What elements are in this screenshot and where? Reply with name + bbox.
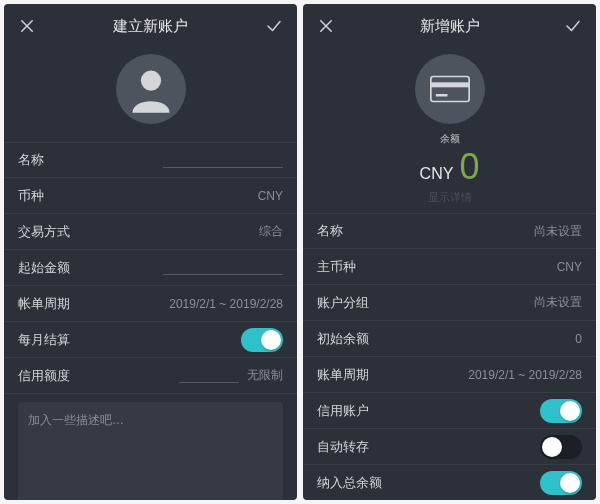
page-title: 新增账户 <box>420 17 480 36</box>
header: 建立新账户 <box>4 4 297 48</box>
label: 主币种 <box>317 258 356 276</box>
label: 每月结算 <box>18 331 70 349</box>
row-cycle[interactable]: 帐单周期 2019/2/1 ~ 2019/2/28 <box>4 286 297 322</box>
placeholder-text: 加入一些描述吧… <box>28 413 124 427</box>
label: 名称 <box>317 222 343 240</box>
header: 新增账户 <box>303 4 596 48</box>
balance-label: 余额 <box>303 132 596 146</box>
row-name[interactable]: 名称 <box>4 142 297 178</box>
label: 账户分组 <box>317 294 369 312</box>
svg-rect-2 <box>430 82 468 87</box>
name-input[interactable] <box>163 153 283 168</box>
credit-toggle[interactable] <box>540 399 582 423</box>
svg-rect-3 <box>435 94 447 97</box>
label: 帐单周期 <box>18 295 70 313</box>
label: 币种 <box>18 187 44 205</box>
label: 自动转存 <box>317 438 369 456</box>
row-group[interactable]: 账户分组 尚未设置 <box>303 285 596 321</box>
row-credit-limit[interactable]: 信用额度 无限制 <box>4 358 297 394</box>
avatar-picker[interactable] <box>4 54 297 124</box>
create-account-screen: 建立新账户 名称 币种 CNY 交易方式 综合 起始金额 <box>4 4 297 500</box>
balance-currency: CNY <box>420 165 454 183</box>
value: 尚未设置 <box>534 223 582 240</box>
value: 无限制 <box>247 367 283 384</box>
account-icon-picker[interactable] <box>303 54 596 124</box>
label: 名称 <box>18 151 44 169</box>
credit-input[interactable] <box>179 368 239 383</box>
value: 0 <box>575 332 582 346</box>
row-cycle[interactable]: 账单周期 2019/2/1 ~ 2019/2/28 <box>303 357 596 393</box>
value: CNY <box>557 260 582 274</box>
confirm-icon[interactable] <box>265 17 283 35</box>
row-start-amount[interactable]: 起始金额 <box>4 250 297 286</box>
value: CNY <box>258 189 283 203</box>
svg-rect-1 <box>430 77 468 102</box>
close-icon[interactable] <box>18 17 36 35</box>
balance-value: 0 <box>459 146 479 188</box>
label: 交易方式 <box>18 223 70 241</box>
close-icon[interactable] <box>317 17 335 35</box>
balance-display[interactable]: 余额 CNY 0 显示详情 <box>303 132 596 205</box>
row-name[interactable]: 名称 尚未设置 <box>303 213 596 249</box>
value: 2019/2/1 ~ 2019/2/28 <box>169 297 283 311</box>
balance-sub: 显示详情 <box>303 190 596 205</box>
avatar-icon <box>116 54 186 124</box>
row-monthly-settle: 每月结算 <box>4 322 297 358</box>
auto-toggle[interactable] <box>540 435 582 459</box>
card-icon <box>415 54 485 124</box>
confirm-icon[interactable] <box>564 17 582 35</box>
row-init-balance[interactable]: 初始余额 0 <box>303 321 596 357</box>
svg-point-0 <box>140 70 160 90</box>
label: 起始金额 <box>18 259 70 277</box>
row-tx-type[interactable]: 交易方式 综合 <box>4 214 297 250</box>
add-account-screen: 新增账户 余额 CNY 0 显示详情 名称 尚未设置 主币种 CNY <box>303 4 596 500</box>
description-textarea[interactable]: 加入一些描述吧… <box>18 402 283 500</box>
row-currency[interactable]: 币种 CNY <box>4 178 297 214</box>
start-amount-input[interactable] <box>163 260 283 275</box>
page-title: 建立新账户 <box>113 17 188 36</box>
row-include-total: 纳入总余额 <box>303 465 596 500</box>
row-credit-account: 信用账户 <box>303 393 596 429</box>
monthly-toggle[interactable] <box>241 328 283 352</box>
label: 纳入总余额 <box>317 474 382 492</box>
label: 信用额度 <box>18 367 70 385</box>
label: 初始余额 <box>317 330 369 348</box>
value: 综合 <box>259 223 283 240</box>
label: 信用账户 <box>317 402 369 420</box>
row-auto-transfer: 自动转存 <box>303 429 596 465</box>
total-toggle[interactable] <box>540 471 582 495</box>
row-currency[interactable]: 主币种 CNY <box>303 249 596 285</box>
value: 尚未设置 <box>534 294 582 311</box>
value: 2019/2/1 ~ 2019/2/28 <box>468 368 582 382</box>
label: 账单周期 <box>317 366 369 384</box>
